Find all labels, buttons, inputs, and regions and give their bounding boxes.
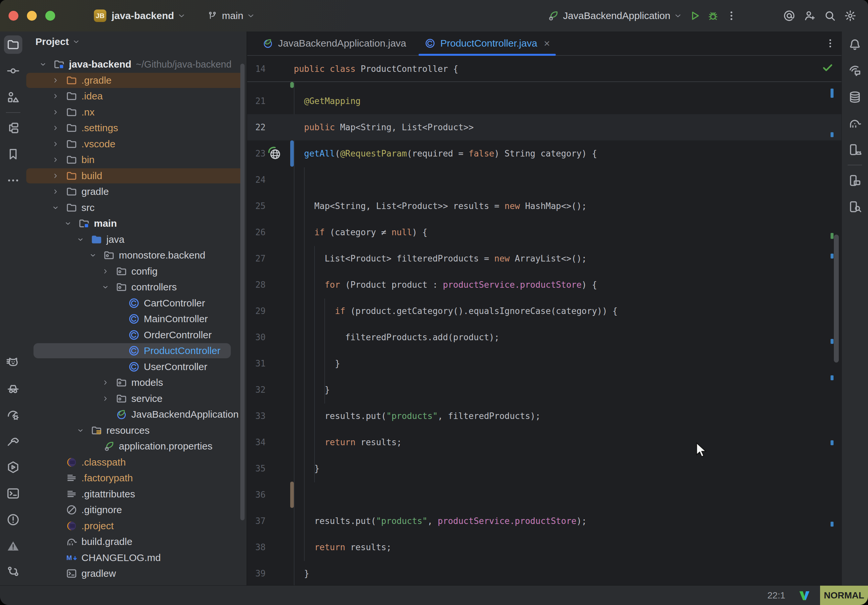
- tree-item--idea[interactable]: .idea: [26, 88, 246, 104]
- tab-javabackendapplication-java[interactable]: JavaBackendApplication.java: [253, 31, 415, 55]
- sticky-line[interactable]: 14public class ProductController {: [247, 56, 842, 82]
- tree-item-controllers[interactable]: controllers: [26, 279, 246, 295]
- tab-productcontroller-java[interactable]: ProductController.java×: [415, 31, 559, 55]
- tree-item-build[interactable]: build: [26, 168, 246, 184]
- chevron-right-icon[interactable]: [52, 93, 59, 101]
- code-line-21[interactable]: 21 @GetMapping: [247, 88, 842, 114]
- tree-item--settings[interactable]: .settings: [26, 120, 246, 136]
- tree-item--gitignore[interactable]: .gitignore: [26, 502, 246, 518]
- notifications-warning-icon[interactable]: [0, 533, 26, 559]
- error-stripe-mark[interactable]: [831, 521, 834, 526]
- code-with-me-button[interactable]: [800, 6, 819, 25]
- error-stripe-mark[interactable]: [831, 339, 834, 344]
- run-button[interactable]: [685, 6, 704, 25]
- running-devices-icon[interactable]: [842, 136, 868, 163]
- tree-item-resources[interactable]: resources: [26, 422, 246, 438]
- tree-item-usercontroller[interactable]: UserController: [26, 359, 246, 375]
- tree-item-javabackendapplication[interactable]: JavaBackendApplication: [26, 407, 246, 422]
- more-actions-button[interactable]: [722, 6, 741, 25]
- tree-item-changelog-md[interactable]: MCHANGELOG.md: [26, 550, 246, 566]
- chevron-down-icon[interactable]: [52, 204, 59, 213]
- error-stripe-mark[interactable]: [831, 440, 834, 445]
- code-line-26[interactable]: 26 if (category ≠ null) {: [247, 219, 842, 245]
- services-icon[interactable]: [0, 454, 26, 480]
- tree-item-monostore-backend[interactable]: monostore.backend: [26, 248, 246, 263]
- more-icon[interactable]: [0, 167, 26, 193]
- tree-item--gradle[interactable]: .gradle: [26, 73, 246, 88]
- ideavim-icon[interactable]: [798, 589, 811, 602]
- error-stripe-mark[interactable]: [831, 254, 834, 258]
- ai-cat-icon[interactable]: [0, 349, 26, 375]
- tree-item-application-properties[interactable]: application.properties: [26, 438, 246, 454]
- chevron-right-icon[interactable]: [52, 172, 59, 181]
- incognito-icon[interactable]: [0, 375, 26, 402]
- tree-item-java[interactable]: java: [26, 232, 246, 248]
- tree-item--project[interactable]: .project: [26, 518, 246, 534]
- chevron-right-icon[interactable]: [52, 188, 59, 197]
- tree-item-maincontroller[interactable]: MainController: [26, 311, 246, 327]
- error-stripe-mark[interactable]: [831, 132, 834, 137]
- spring-endpoint-icon[interactable]: [267, 145, 282, 162]
- search-everywhere-button[interactable]: [821, 6, 839, 25]
- vim-mode-badge[interactable]: NORMAL: [820, 586, 868, 605]
- tree-item-gradlew[interactable]: gradlew: [26, 566, 246, 581]
- tree-item-productcontroller[interactable]: ProductController: [26, 343, 246, 359]
- code-line-27[interactable]: 27 List<Product> filteredProducts = new …: [247, 245, 842, 272]
- code-line-35[interactable]: 35 }: [247, 455, 842, 482]
- caret-position[interactable]: 22:1: [767, 590, 786, 601]
- code-line-30[interactable]: 30 filteredProducts.add(product);: [247, 324, 842, 350]
- device-mirror-icon[interactable]: [842, 167, 868, 193]
- code-line-37[interactable]: 37 results.put("products", productServic…: [247, 508, 842, 534]
- error-stripe-mark[interactable]: [831, 233, 834, 239]
- debug-button[interactable]: [704, 6, 722, 25]
- code-line-34[interactable]: 34 return results;: [247, 429, 842, 455]
- chevron-right-icon[interactable]: [102, 395, 109, 404]
- chevron-right-icon[interactable]: [102, 268, 109, 276]
- tree-item-build-gradle[interactable]: build.gradle: [26, 534, 246, 549]
- chevron-right-icon[interactable]: [52, 108, 59, 117]
- tree-item-bin[interactable]: bin: [26, 152, 246, 168]
- chevron-down-icon[interactable]: [102, 283, 109, 292]
- code-line-25[interactable]: 25 Map<String, List<Product>> results = …: [247, 193, 842, 219]
- run-configuration[interactable]: JavaBackendApplication: [563, 10, 670, 21]
- hierarchy-icon[interactable]: [0, 115, 26, 141]
- code-line-38[interactable]: 38 return results;: [247, 534, 842, 560]
- chevron-down-icon[interactable]: [77, 236, 84, 244]
- ai-assistant-icon[interactable]: [842, 58, 868, 84]
- bookmarks-icon[interactable]: [0, 141, 26, 167]
- tree-item--nx[interactable]: .nx: [26, 104, 246, 120]
- code-line-36[interactable]: 36: [247, 482, 842, 508]
- structure-icon[interactable]: [0, 84, 26, 110]
- project-panel-header[interactable]: Project: [36, 34, 80, 49]
- ai-assistant-button[interactable]: [780, 6, 798, 25]
- tree-item-gradlew-bat[interactable]: gradlew.bat: [26, 582, 246, 586]
- error-stripe-mark[interactable]: [831, 375, 834, 380]
- code-line-29[interactable]: 29 if (product.getCategory().equalsIgnor…: [247, 298, 842, 324]
- vcs-change-marker-modified[interactable]: [290, 141, 294, 167]
- editor[interactable]: 21 @GetMapping22 public Map<String, List…: [247, 56, 842, 585]
- branch-widget[interactable]: main: [204, 10, 255, 21]
- tab-options-button[interactable]: [825, 31, 842, 55]
- profiler-icon[interactable]: [0, 402, 26, 428]
- code-line-31[interactable]: 31 }: [247, 350, 842, 377]
- build-hammer-icon[interactable]: [0, 428, 26, 454]
- commit-icon[interactable]: [0, 58, 26, 84]
- database-icon[interactable]: [842, 84, 868, 110]
- code-line-28[interactable]: 28 for (Product product : productService…: [247, 272, 842, 298]
- device-explorer-icon[interactable]: [842, 193, 868, 220]
- chevron-right-icon[interactable]: [52, 77, 59, 85]
- project-folder-icon[interactable]: [0, 31, 26, 58]
- tree-item-src[interactable]: src: [26, 200, 246, 215]
- code-line-22[interactable]: 22 public Map<String, List<Product>>: [247, 114, 842, 141]
- tree-item-models[interactable]: models: [26, 375, 246, 390]
- tree-scrollbar[interactable]: [240, 63, 245, 520]
- tree-item-ordercontroller[interactable]: OrderController: [26, 327, 246, 343]
- version-control-icon[interactable]: [0, 559, 26, 585]
- vcs-change-marker-added[interactable]: [290, 82, 294, 88]
- inspections-ok-icon[interactable]: [821, 61, 834, 76]
- code-line-39[interactable]: 39 }: [247, 560, 842, 585]
- tree-item-gradle[interactable]: gradle: [26, 184, 246, 200]
- error-stripe-mark[interactable]: [831, 88, 834, 98]
- chevron-down-icon[interactable]: [39, 61, 46, 69]
- project-widget[interactable]: java-backend: [106, 10, 186, 21]
